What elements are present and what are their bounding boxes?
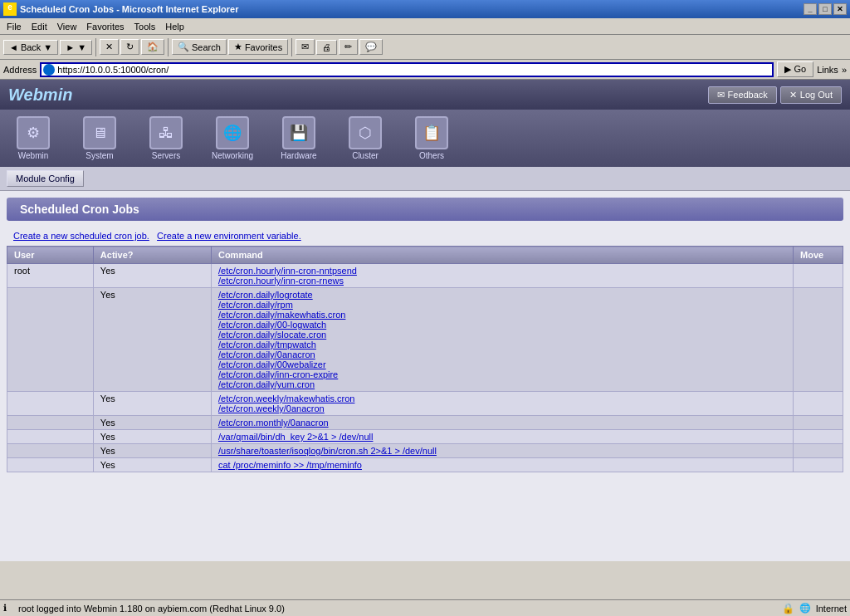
create-job-link[interactable]: Create a new scheduled cron job. [13,231,149,241]
menu-help[interactable]: Help [160,20,189,33]
address-bar: Address https://10.0.0.5:10000/cron/ ▶ G… [0,60,850,80]
nav-hardware-label: Hardware [281,151,316,160]
links-label: Links [817,65,838,75]
toolbar-separator-2 [168,38,169,56]
print-button[interactable]: 🖨 [316,40,337,55]
nav-servers-label: Servers [152,151,180,160]
title-bar: e Scheduled Cron Jobs - Microsoft Intern… [0,0,850,18]
table-cell-user [7,288,94,392]
ie-icon: e [3,2,17,16]
command-link[interactable]: /etc/cron.daily/00webalizer [218,359,786,369]
command-link[interactable]: /etc/cron.daily/00-logwatch [218,320,786,330]
command-link[interactable]: /var/qmail/bin/dh_key 2>&1 > /dev/null [218,432,786,442]
command-link[interactable]: /etc/cron.daily/rpm [218,300,786,310]
table-cell-user [7,458,94,472]
table-cell-command: /etc/cron.daily/logrotate/etc/cron.daily… [211,288,793,392]
table-row: Yes/etc/cron.daily/logrotate/etc/cron.da… [7,288,843,392]
favorites-button[interactable]: ★ Favorites [228,39,288,55]
command-link[interactable]: /etc/cron.daily/makewhatis.cron [218,310,786,320]
table-cell-move [794,392,843,416]
servers-nav-icon: 🖧 [149,116,183,149]
nav-system[interactable]: 🖥 System [66,113,133,164]
edit-button[interactable]: ✏ [339,39,358,55]
address-input-container[interactable]: https://10.0.0.5:10000/cron/ [40,62,774,77]
table-row: Yes/var/qmail/bin/dh_key 2>&1 > /dev/nul… [7,430,843,444]
command-link[interactable]: /etc/cron.hourly/inn-cron-nntpsend [218,266,786,276]
table-cell-move [794,444,843,458]
nav-others-label: Others [419,151,444,160]
links-row: Create a new scheduled cron job. Create … [0,227,850,246]
feedback-button[interactable]: ✉ Feedback [708,86,777,104]
webmin-header: Webmin ✉ Feedback ✕ Log Out [0,80,850,110]
nav-system-label: System [85,151,113,160]
nav-networking[interactable]: 🌐 Networking [199,113,266,164]
toolbar-separator-3 [291,38,292,56]
status-left: ℹ root logged into Webmin 1.180 on aybie… [3,603,285,614]
forward-button[interactable]: ► ▼ [60,40,92,55]
back-button[interactable]: ◄ Back ▼ [3,40,58,55]
window-controls[interactable]: _ □ ✕ [804,3,847,15]
cron-table: User Active? Command Move rootYes/etc/cr… [7,246,843,472]
close-button[interactable]: ✕ [833,3,847,15]
table-cell-active: Yes [93,416,211,430]
stop-button[interactable]: ✕ [100,39,119,55]
home-button[interactable]: 🏠 [141,39,164,55]
module-config-button[interactable]: Module Config [7,170,84,187]
webmin-nav: ⚙ Webmin 🖥 System 🖧 Servers 🌐 Networking… [0,110,850,167]
command-link[interactable]: /etc/cron.daily/0anacron [218,350,786,359]
status-bar: ℹ root logged into Webmin 1.180 on aybie… [0,599,850,616]
command-link[interactable]: cat /proc/meminfo >> /tmp/meminfo [218,460,786,470]
minimize-button[interactable]: _ [804,3,817,15]
command-link[interactable]: /etc/cron.weekly/makewhatis.cron [218,394,786,403]
menu-view[interactable]: View [52,20,82,33]
header-buttons: ✉ Feedback ✕ Log Out [708,86,842,104]
create-env-link[interactable]: Create a new environment variable. [157,231,301,241]
mail-button[interactable]: ✉ [296,39,315,55]
command-link[interactable]: /etc/cron.daily/inn-cron-expire [218,369,786,379]
address-label: Address [3,65,37,75]
command-link[interactable]: /etc/cron.daily/slocate.cron [218,330,786,340]
messenger-button[interactable]: 💬 [359,39,383,55]
nav-networking-label: Networking [212,151,253,160]
scroll-area[interactable]: User Active? Command Move rootYes/etc/cr… [0,246,850,561]
table-cell-move [794,458,843,472]
nav-hardware[interactable]: 💾 Hardware [266,113,332,164]
page-heading: Scheduled Cron Jobs [7,198,843,221]
menu-edit[interactable]: Edit [27,20,52,33]
nav-others[interactable]: 📋 Others [398,113,465,164]
address-url: https://10.0.0.5:10000/cron/ [57,65,169,75]
table-cell-command: /usr/share/toaster/isoqlog/bin/cron.sh 2… [211,444,793,458]
menu-favorites[interactable]: Favorites [81,20,129,33]
back-label: Back [21,42,41,52]
search-label: Search [192,42,221,52]
hardware-nav-icon: 💾 [282,116,315,149]
command-link[interactable]: /etc/cron.daily/yum.cron [218,379,786,389]
command-link[interactable]: /etc/cron.weekly/0anacron [218,403,786,413]
menu-tools[interactable]: Tools [129,20,161,33]
menu-file[interactable]: File [2,20,27,33]
nav-cluster[interactable]: ⬡ Cluster [332,113,398,164]
col-active: Active? [93,247,211,264]
table-row: Yes/etc/cron.monthly/0anacron [7,416,843,430]
table-cell-command: /etc/cron.weekly/makewhatis.cron/etc/cro… [211,392,793,416]
zone-label: Internet [816,604,847,614]
table-cell-user: root [7,264,94,288]
nav-webmin-label: Webmin [18,151,49,160]
logout-button[interactable]: ✕ Log Out [780,86,842,104]
command-link[interactable]: /etc/cron.monthly/0anacron [218,418,786,428]
command-link[interactable]: /etc/cron.hourly/inn-cron-rnews [218,276,786,286]
col-move: Move [794,247,843,264]
search-button[interactable]: 🔍 Search [172,39,227,55]
command-link[interactable]: /etc/cron.daily/tmpwatch [218,340,786,350]
forward-dropdown-icon: ▼ [77,42,86,52]
command-link[interactable]: /usr/share/toaster/isoqlog/bin/cron.sh 2… [218,446,786,456]
col-command: Command [211,247,793,264]
command-link[interactable]: /etc/cron.daily/logrotate [218,290,786,300]
nav-servers[interactable]: 🖧 Servers [133,113,199,164]
maximize-button[interactable]: □ [818,3,832,15]
refresh-button[interactable]: ↻ [120,39,139,55]
cluster-nav-icon: ⬡ [349,116,382,149]
favorites-icon: ★ [234,42,242,52]
nav-webmin[interactable]: ⚙ Webmin [0,113,66,164]
go-button[interactable]: ▶ Go [777,61,813,77]
